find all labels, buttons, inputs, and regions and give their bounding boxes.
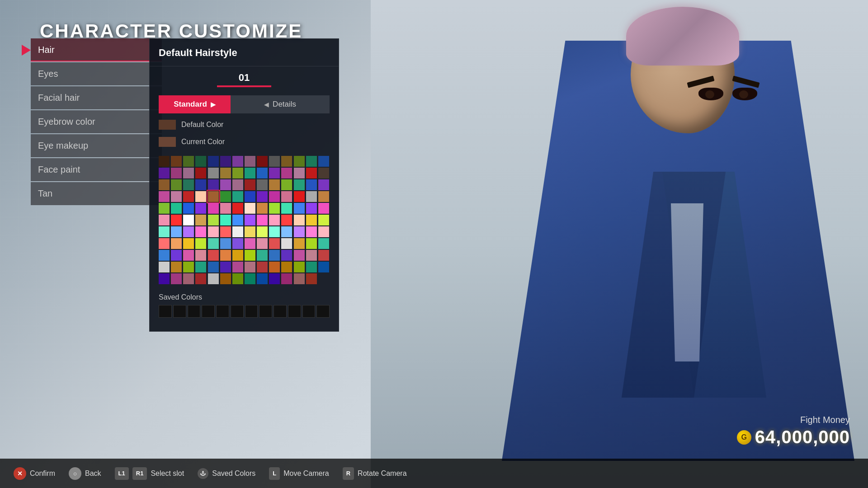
color-cell[interactable] bbox=[232, 168, 243, 178]
color-cell[interactable] bbox=[294, 179, 305, 190]
color-cell[interactable] bbox=[269, 262, 280, 272]
color-cell[interactable] bbox=[269, 191, 280, 202]
color-cell[interactable] bbox=[183, 156, 194, 167]
color-cell[interactable] bbox=[220, 250, 231, 261]
color-cell[interactable] bbox=[257, 203, 268, 214]
color-cell[interactable] bbox=[232, 191, 243, 202]
color-cell[interactable] bbox=[318, 168, 329, 178]
color-cell[interactable] bbox=[318, 203, 329, 214]
color-cell[interactable] bbox=[306, 215, 317, 225]
sidebar-item-eyes[interactable]: Eyes bbox=[31, 62, 162, 85]
color-cell[interactable] bbox=[245, 156, 255, 167]
color-cell[interactable] bbox=[159, 179, 170, 190]
color-cell[interactable] bbox=[245, 215, 255, 225]
color-cell[interactable] bbox=[281, 203, 292, 214]
color-cell[interactable] bbox=[171, 273, 182, 284]
color-cell[interactable] bbox=[306, 179, 317, 190]
color-cell[interactable] bbox=[281, 226, 292, 237]
color-cell[interactable] bbox=[245, 203, 255, 214]
color-cell[interactable] bbox=[171, 203, 182, 214]
back-control[interactable]: ○ Back bbox=[69, 467, 101, 480]
color-cell[interactable] bbox=[171, 238, 182, 249]
color-cell[interactable] bbox=[171, 156, 182, 167]
color-cell[interactable] bbox=[183, 250, 194, 261]
color-cell[interactable] bbox=[245, 273, 255, 284]
color-cell[interactable] bbox=[306, 262, 317, 272]
color-cell[interactable] bbox=[306, 226, 317, 237]
color-cell[interactable] bbox=[294, 250, 305, 261]
color-cell[interactable] bbox=[294, 191, 305, 202]
color-cell[interactable] bbox=[159, 168, 170, 178]
color-cell[interactable] bbox=[294, 203, 305, 214]
saved-color-slot[interactable] bbox=[288, 305, 301, 318]
color-cell[interactable] bbox=[159, 238, 170, 249]
color-cell[interactable] bbox=[220, 191, 231, 202]
color-cell[interactable] bbox=[294, 273, 305, 284]
color-cell[interactable] bbox=[281, 238, 292, 249]
color-cell[interactable] bbox=[220, 203, 231, 214]
color-cell[interactable] bbox=[195, 191, 206, 202]
tab-details[interactable]: ◀ Details bbox=[231, 95, 330, 113]
color-cell[interactable] bbox=[159, 226, 170, 237]
saved-color-slot[interactable] bbox=[259, 305, 272, 318]
color-cell[interactable] bbox=[183, 273, 194, 284]
color-cell[interactable] bbox=[232, 179, 243, 190]
color-cell[interactable] bbox=[208, 156, 219, 167]
color-cell[interactable] bbox=[220, 262, 231, 272]
color-cell[interactable] bbox=[269, 273, 280, 284]
color-cell[interactable] bbox=[159, 203, 170, 214]
color-cell[interactable] bbox=[220, 215, 231, 225]
color-cell[interactable] bbox=[208, 168, 219, 178]
color-cell[interactable] bbox=[183, 168, 194, 178]
color-cell[interactable] bbox=[171, 215, 182, 225]
color-cell[interactable] bbox=[281, 215, 292, 225]
color-cell[interactable] bbox=[294, 168, 305, 178]
color-cell[interactable] bbox=[269, 226, 280, 237]
color-cell[interactable] bbox=[183, 226, 194, 237]
color-cell[interactable] bbox=[183, 191, 194, 202]
color-cell[interactable] bbox=[159, 262, 170, 272]
color-cell[interactable] bbox=[281, 250, 292, 261]
sidebar-item-hair[interactable]: Hair bbox=[31, 38, 162, 61]
color-cell[interactable] bbox=[195, 262, 206, 272]
color-cell[interactable] bbox=[232, 203, 243, 214]
sidebar-item-face-paint[interactable]: Face paint bbox=[31, 158, 162, 181]
color-cell[interactable] bbox=[306, 203, 317, 214]
color-cell[interactable] bbox=[269, 203, 280, 214]
color-cell[interactable] bbox=[281, 179, 292, 190]
color-cell[interactable] bbox=[195, 226, 206, 237]
color-cell[interactable] bbox=[306, 156, 317, 167]
color-cell[interactable] bbox=[281, 273, 292, 284]
color-cell[interactable] bbox=[269, 156, 280, 167]
color-cell[interactable] bbox=[195, 250, 206, 261]
color-cell[interactable] bbox=[195, 156, 206, 167]
color-cell[interactable] bbox=[171, 179, 182, 190]
color-cell[interactable] bbox=[208, 226, 219, 237]
color-cell[interactable] bbox=[245, 226, 255, 237]
color-cell[interactable] bbox=[220, 273, 231, 284]
color-cell[interactable] bbox=[183, 203, 194, 214]
color-cell[interactable] bbox=[245, 238, 255, 249]
color-cell[interactable] bbox=[183, 179, 194, 190]
color-cell[interactable] bbox=[208, 203, 219, 214]
color-cell[interactable] bbox=[257, 226, 268, 237]
color-cell[interactable] bbox=[220, 238, 231, 249]
color-cell[interactable] bbox=[171, 262, 182, 272]
color-cell[interactable] bbox=[318, 262, 329, 272]
color-cell[interactable] bbox=[281, 262, 292, 272]
color-cell[interactable] bbox=[171, 226, 182, 237]
color-cell[interactable] bbox=[171, 191, 182, 202]
color-cell[interactable] bbox=[183, 262, 194, 272]
saved-color-slot[interactable] bbox=[188, 305, 201, 318]
color-cell[interactable] bbox=[257, 238, 268, 249]
color-cell[interactable] bbox=[159, 191, 170, 202]
color-cell[interactable] bbox=[171, 250, 182, 261]
sidebar-item-tan[interactable]: Tan bbox=[31, 182, 162, 205]
color-cell[interactable] bbox=[257, 215, 268, 225]
color-cell[interactable] bbox=[208, 273, 219, 284]
color-cell[interactable] bbox=[257, 179, 268, 190]
color-cell[interactable] bbox=[171, 168, 182, 178]
color-cell[interactable] bbox=[195, 168, 206, 178]
color-cell[interactable] bbox=[208, 215, 219, 225]
saved-color-slot[interactable] bbox=[173, 305, 186, 318]
